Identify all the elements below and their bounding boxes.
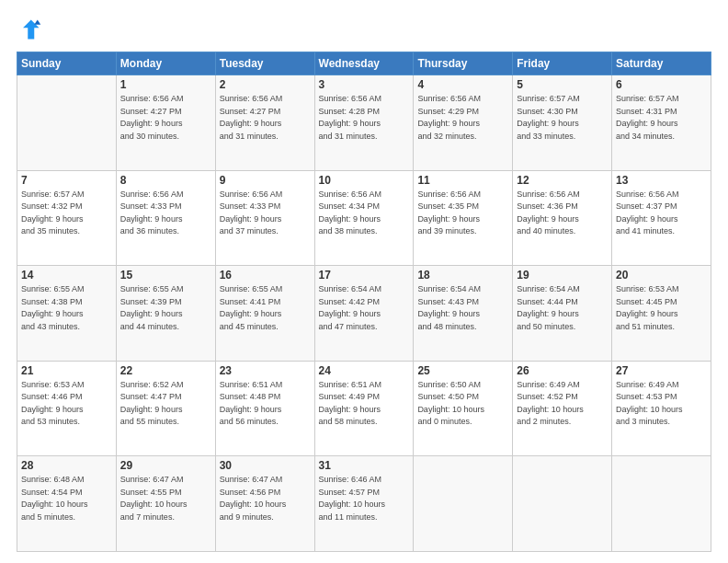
calendar-cell: 30Sunrise: 6:47 AM Sunset: 4:56 PM Dayli…: [215, 456, 314, 552]
day-number: 20: [616, 269, 707, 282]
calendar-cell: 14Sunrise: 6:55 AM Sunset: 4:38 PM Dayli…: [17, 266, 117, 362]
day-number: 5: [517, 78, 608, 91]
day-info: Sunrise: 6:56 AM Sunset: 4:34 PM Dayligh…: [319, 189, 410, 238]
page: SundayMondayTuesdayWednesdayThursdayFrid…: [0, 0, 728, 563]
weekday-header-monday: Monday: [116, 52, 215, 75]
day-number: 17: [319, 269, 410, 282]
day-number: 2: [220, 78, 311, 91]
calendar-table: SundayMondayTuesdayWednesdayThursdayFrid…: [17, 52, 711, 552]
day-info: Sunrise: 6:57 AM Sunset: 4:31 PM Dayligh…: [616, 93, 707, 143]
day-number: 1: [120, 78, 211, 91]
calendar-week-2: 14Sunrise: 6:55 AM Sunset: 4:38 PM Dayli…: [17, 266, 711, 362]
header: [17, 17, 711, 42]
day-number: 11: [417, 174, 508, 187]
day-info: Sunrise: 6:54 AM Sunset: 4:44 PM Dayligh…: [517, 283, 608, 333]
calendar-cell: 17Sunrise: 6:54 AM Sunset: 4:42 PM Dayli…: [314, 266, 414, 362]
day-info: Sunrise: 6:56 AM Sunset: 4:28 PM Dayligh…: [319, 93, 410, 143]
calendar-cell: [17, 75, 117, 171]
day-info: Sunrise: 6:49 AM Sunset: 4:52 PM Dayligh…: [517, 379, 608, 429]
weekday-header-wednesday: Wednesday: [314, 52, 414, 75]
calendar-cell: 28Sunrise: 6:48 AM Sunset: 4:54 PM Dayli…: [17, 456, 117, 552]
weekday-header-tuesday: Tuesday: [215, 52, 314, 75]
calendar-cell: 12Sunrise: 6:56 AM Sunset: 4:36 PM Dayli…: [513, 170, 612, 266]
calendar-week-0: 1Sunrise: 6:56 AM Sunset: 4:27 PM Daylig…: [17, 75, 711, 171]
calendar-cell: 18Sunrise: 6:54 AM Sunset: 4:43 PM Dayli…: [414, 266, 513, 362]
day-info: Sunrise: 6:56 AM Sunset: 4:27 PM Dayligh…: [120, 93, 211, 143]
calendar-week-1: 7Sunrise: 6:57 AM Sunset: 4:32 PM Daylig…: [17, 170, 711, 266]
calendar-cell: 9Sunrise: 6:56 AM Sunset: 4:33 PM Daylig…: [215, 170, 314, 266]
day-info: Sunrise: 6:54 AM Sunset: 4:43 PM Dayligh…: [417, 283, 508, 333]
day-number: 22: [120, 364, 211, 377]
day-number: 31: [319, 459, 410, 472]
day-number: 16: [220, 269, 311, 282]
calendar-cell: 13Sunrise: 6:56 AM Sunset: 4:37 PM Dayli…: [612, 170, 711, 266]
calendar-cell: 19Sunrise: 6:54 AM Sunset: 4:44 PM Dayli…: [513, 266, 612, 362]
calendar-cell: 31Sunrise: 6:46 AM Sunset: 4:57 PM Dayli…: [314, 456, 414, 552]
calendar-cell: 16Sunrise: 6:55 AM Sunset: 4:41 PM Dayli…: [215, 266, 314, 362]
day-number: 23: [220, 364, 311, 377]
calendar-cell: 1Sunrise: 6:56 AM Sunset: 4:27 PM Daylig…: [116, 75, 215, 171]
day-number: 8: [120, 174, 211, 187]
calendar-cell: 27Sunrise: 6:49 AM Sunset: 4:53 PM Dayli…: [612, 361, 711, 456]
calendar-cell: 20Sunrise: 6:53 AM Sunset: 4:45 PM Dayli…: [612, 266, 711, 362]
day-number: 3: [319, 78, 410, 91]
calendar-cell: 11Sunrise: 6:56 AM Sunset: 4:35 PM Dayli…: [414, 170, 513, 266]
day-info: Sunrise: 6:50 AM Sunset: 4:50 PM Dayligh…: [417, 379, 508, 429]
calendar-cell: 4Sunrise: 6:56 AM Sunset: 4:29 PM Daylig…: [414, 75, 513, 171]
calendar-cell: 29Sunrise: 6:47 AM Sunset: 4:55 PM Dayli…: [116, 456, 215, 552]
day-info: Sunrise: 6:56 AM Sunset: 4:27 PM Dayligh…: [220, 93, 311, 143]
day-number: 13: [616, 174, 707, 187]
calendar-cell: 25Sunrise: 6:50 AM Sunset: 4:50 PM Dayli…: [414, 361, 513, 456]
calendar-cell: 6Sunrise: 6:57 AM Sunset: 4:31 PM Daylig…: [612, 75, 711, 171]
day-number: 18: [417, 269, 508, 282]
weekday-header-row: SundayMondayTuesdayWednesdayThursdayFrid…: [17, 52, 711, 75]
calendar-cell: 23Sunrise: 6:51 AM Sunset: 4:48 PM Dayli…: [215, 361, 314, 456]
day-info: Sunrise: 6:53 AM Sunset: 4:46 PM Dayligh…: [21, 379, 112, 429]
day-number: 10: [319, 174, 410, 187]
day-number: 26: [517, 364, 608, 377]
weekday-header-saturday: Saturday: [612, 52, 711, 75]
day-info: Sunrise: 6:56 AM Sunset: 4:36 PM Dayligh…: [517, 189, 608, 238]
calendar-cell: 5Sunrise: 6:57 AM Sunset: 4:30 PM Daylig…: [513, 75, 612, 171]
day-info: Sunrise: 6:55 AM Sunset: 4:39 PM Dayligh…: [120, 283, 211, 333]
calendar-cell: [513, 456, 612, 552]
day-number: 7: [21, 174, 112, 187]
day-number: 14: [21, 269, 112, 282]
day-info: Sunrise: 6:56 AM Sunset: 4:33 PM Dayligh…: [120, 189, 211, 238]
day-number: 27: [616, 364, 707, 377]
calendar-cell: 7Sunrise: 6:57 AM Sunset: 4:32 PM Daylig…: [17, 170, 117, 266]
day-number: 12: [517, 174, 608, 187]
day-info: Sunrise: 6:54 AM Sunset: 4:42 PM Dayligh…: [319, 283, 410, 333]
day-number: 28: [21, 459, 112, 472]
logo-icon: [17, 17, 42, 42]
day-number: 4: [417, 78, 508, 91]
day-info: Sunrise: 6:53 AM Sunset: 4:45 PM Dayligh…: [616, 283, 707, 333]
day-info: Sunrise: 6:52 AM Sunset: 4:47 PM Dayligh…: [120, 379, 211, 429]
calendar-week-3: 21Sunrise: 6:53 AM Sunset: 4:46 PM Dayli…: [17, 361, 711, 456]
calendar-cell: 10Sunrise: 6:56 AM Sunset: 4:34 PM Dayli…: [314, 170, 414, 266]
calendar-cell: [612, 456, 711, 552]
day-number: 24: [319, 364, 410, 377]
calendar-week-4: 28Sunrise: 6:48 AM Sunset: 4:54 PM Dayli…: [17, 456, 711, 552]
calendar-cell: 8Sunrise: 6:56 AM Sunset: 4:33 PM Daylig…: [116, 170, 215, 266]
day-number: 9: [220, 174, 311, 187]
day-info: Sunrise: 6:56 AM Sunset: 4:35 PM Dayligh…: [417, 189, 508, 238]
calendar-cell: 21Sunrise: 6:53 AM Sunset: 4:46 PM Dayli…: [17, 361, 117, 456]
day-info: Sunrise: 6:51 AM Sunset: 4:49 PM Dayligh…: [319, 379, 410, 429]
day-number: 30: [220, 459, 311, 472]
calendar-cell: 3Sunrise: 6:56 AM Sunset: 4:28 PM Daylig…: [314, 75, 414, 171]
day-info: Sunrise: 6:51 AM Sunset: 4:48 PM Dayligh…: [220, 379, 311, 429]
day-number: 19: [517, 269, 608, 282]
weekday-header-friday: Friday: [513, 52, 612, 75]
calendar-cell: [414, 456, 513, 552]
calendar-cell: 22Sunrise: 6:52 AM Sunset: 4:47 PM Dayli…: [116, 361, 215, 456]
day-number: 21: [21, 364, 112, 377]
day-info: Sunrise: 6:47 AM Sunset: 4:56 PM Dayligh…: [220, 474, 311, 523]
day-number: 6: [616, 78, 707, 91]
calendar-header: SundayMondayTuesdayWednesdayThursdayFrid…: [17, 52, 711, 75]
calendar-cell: 26Sunrise: 6:49 AM Sunset: 4:52 PM Dayli…: [513, 361, 612, 456]
day-info: Sunrise: 6:46 AM Sunset: 4:57 PM Dayligh…: [319, 474, 410, 523]
day-info: Sunrise: 6:49 AM Sunset: 4:53 PM Dayligh…: [616, 379, 707, 429]
weekday-header-thursday: Thursday: [414, 52, 513, 75]
day-info: Sunrise: 6:56 AM Sunset: 4:37 PM Dayligh…: [616, 189, 707, 238]
